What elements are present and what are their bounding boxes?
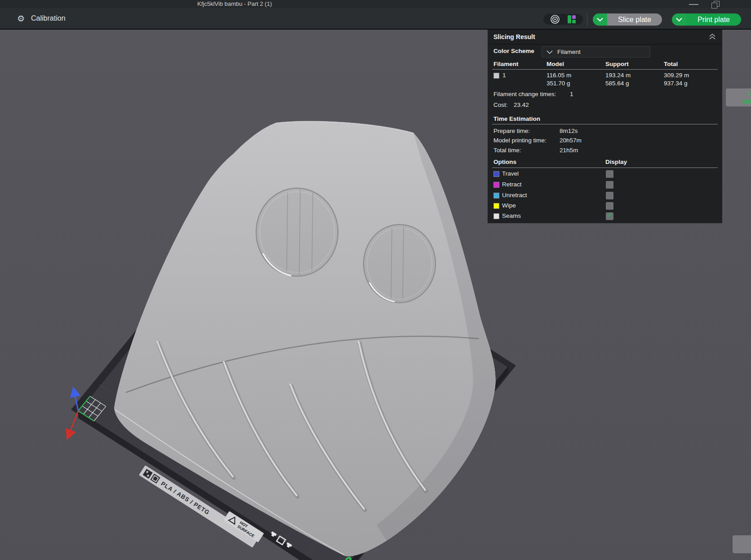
total-time-label: Total time:: [493, 147, 521, 154]
print-plate-button[interactable]: Print plate: [686, 13, 741, 26]
cost-value: 23.42: [514, 101, 529, 108]
col-total: Total: [664, 61, 678, 67]
chevron-down-icon: [676, 18, 682, 22]
total-time-value: 21h5m: [560, 147, 578, 154]
layer-indicator-bottom: 1 0.20: [733, 535, 751, 553]
chevron-down-icon: [547, 50, 553, 54]
filament-change-value: 1: [570, 91, 573, 97]
restore-button[interactable]: [711, 1, 720, 8]
seams-checkbox[interactable]: ✓: [606, 212, 613, 220]
filament-change-label: Filament change times:: [493, 91, 556, 97]
slicing-result-panel: Slicing Result Color Scheme Filament Fil…: [488, 30, 722, 223]
col-support: Support: [605, 61, 629, 67]
toolbar-divider: [587, 13, 587, 26]
model-time-value: 20h57m: [560, 137, 582, 144]
slice-options-button[interactable]: [593, 13, 607, 26]
time-estimation-title: Time Estimation: [493, 115, 540, 122]
model-length: 116.05 m: [547, 72, 571, 79]
unretract-swatch: [493, 193, 499, 198]
col-model: Model: [547, 61, 564, 67]
minimize-button[interactable]: [689, 4, 698, 5]
color-scheme-label: Color Scheme: [493, 48, 534, 54]
filament-swatch: [493, 73, 499, 79]
title-bar: Kfjc5klVib bambu - Part 2 (1): [0, 0, 751, 8]
seams-label: Seams: [502, 212, 521, 219]
travel-swatch: [493, 171, 499, 177]
plates-layout-icon[interactable]: [567, 15, 576, 24]
gear-icon: ⚙: [17, 14, 25, 23]
total-weight: 937.34 g: [664, 80, 688, 87]
layer-bottom-height: 0.20: [736, 544, 751, 553]
x-axis-arrow: [69, 411, 78, 435]
layer-top-number: 1557: [729, 89, 751, 97]
seams-swatch: [493, 213, 499, 219]
filament-id: 1: [502, 72, 506, 79]
unretract-checkbox[interactable]: ✓: [606, 192, 613, 199]
layer-top-height: 205.40: [729, 97, 751, 106]
collapse-panel-button[interactable]: [709, 33, 716, 40]
support-weight: 585.64 g: [605, 80, 629, 87]
display-title: Display: [605, 159, 627, 165]
concentric-circles-icon[interactable]: [550, 14, 560, 24]
panel-header: Slicing Result: [488, 30, 722, 44]
prepare-time-value: 8m12s: [560, 128, 578, 134]
window-title: Kfjc5klVib bambu - Part 2 (1): [0, 0, 469, 7]
travel-checkbox[interactable]: ✓: [606, 170, 613, 178]
layer-bottom-number: 1: [736, 536, 751, 544]
wipe-swatch: [493, 203, 499, 209]
options-title: Options: [493, 159, 516, 165]
divider: [492, 168, 718, 168]
col-filament: Filament: [493, 61, 519, 67]
print-options-button[interactable]: [672, 13, 686, 26]
wipe-label: Wipe: [502, 202, 516, 209]
calibration-label: Calibration: [31, 14, 65, 22]
tab-calibration[interactable]: ⚙ Calibration: [17, 11, 66, 26]
retract-swatch: [493, 182, 499, 188]
wipe-checkbox[interactable]: ✓: [606, 202, 613, 210]
cost-label: Cost:: [493, 101, 508, 108]
bambu-studio-window: PLA / ABS / PETG HOT SURFACE 02: [0, 0, 751, 560]
unretract-label: Unretract: [502, 192, 527, 198]
slice-plate-button[interactable]: Slice plate: [607, 13, 662, 26]
model-time-label: Model printing time:: [493, 137, 547, 144]
chevron-down-icon: [597, 18, 603, 22]
retract-checkbox[interactable]: ✓: [606, 181, 613, 189]
total-length: 309.29 m: [664, 72, 689, 79]
color-scheme-dropdown[interactable]: Filament: [542, 46, 650, 57]
divider: [492, 124, 718, 124]
model-weight: 351.70 g: [547, 80, 570, 87]
panel-title: Slicing Result: [493, 33, 535, 40]
travel-label: Travel: [502, 170, 519, 177]
main-toolbar: ⚙ Calibration Slice plate: [0, 8, 751, 30]
color-scheme-value: Filament: [557, 49, 581, 55]
model-recess-right: [364, 225, 435, 303]
prepare-time-label: Prepare time:: [493, 128, 530, 134]
divider: [492, 69, 718, 70]
layer-indicator-top: 1557 205.40: [726, 88, 751, 106]
support-length: 193.24 m: [605, 72, 631, 79]
view-tools-group: [543, 14, 583, 25]
retract-label: Retract: [502, 181, 522, 188]
model-recess-left: [256, 188, 338, 276]
